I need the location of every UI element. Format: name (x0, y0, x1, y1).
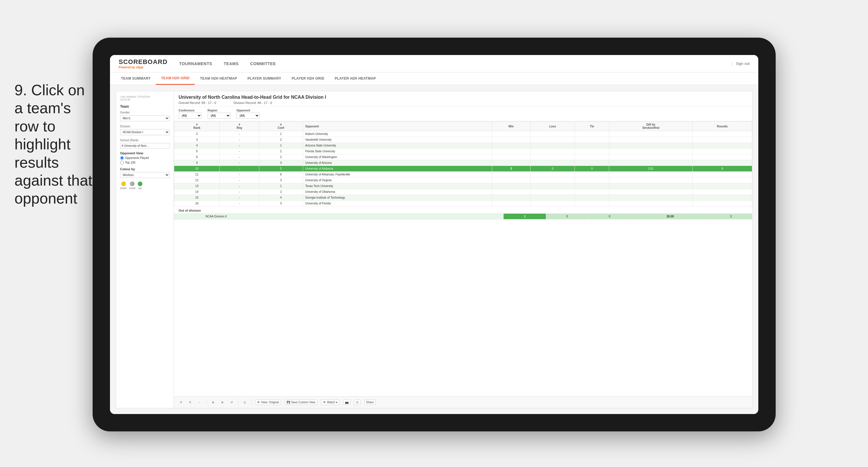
view-original-btn[interactable]: 👁 View: Original (255, 400, 281, 405)
col-rank: #Rank (174, 122, 220, 131)
table-cell: Auburn University (303, 131, 492, 137)
clock-icon-btn[interactable]: ◷ (242, 400, 248, 405)
opponent-filter: Opponent (All) (237, 109, 259, 119)
tab-team-summary[interactable]: TEAM SUMMARY (116, 72, 156, 85)
table-row[interactable]: 11-6University of Arkansas, Fayetteville (174, 172, 752, 177)
table-cell (692, 201, 752, 206)
legend-dot-level (130, 181, 134, 186)
watch-btn[interactable]: 👁 Watch ▾ (321, 400, 340, 405)
conference-select[interactable]: (All) (179, 113, 202, 119)
tablet-screen: SCOREBOARD Powered by clippi TOURNAMENTS… (110, 55, 758, 414)
tab-team-h2h-grid[interactable]: TEAM H2H GRID (156, 72, 195, 85)
col-tie: Tie (575, 122, 609, 131)
tab-player-summary[interactable]: PLAYER SUMMARY (242, 72, 286, 85)
toolbar-icon-1[interactable]: ⊕ (210, 400, 216, 405)
division-record: Division Record: 88 - 17 - 0 (234, 101, 272, 105)
table-cell: 15 (174, 195, 220, 201)
nav-committee[interactable]: COMMITTEE (250, 61, 276, 66)
legend: Down Level Up (120, 181, 169, 189)
tab-team-h2h-heatmap[interactable]: TEAM H2H HEATMAP (195, 72, 242, 85)
legend-dot-up (138, 181, 143, 186)
colour-by-select[interactable]: Win/loss (120, 172, 169, 178)
radio-top100[interactable]: Top 100 (120, 161, 169, 165)
table-cell: 3 (259, 177, 303, 183)
table-cell: 1 (259, 143, 303, 148)
grid-header: University of North Carolina Head-to-Hea… (174, 91, 752, 107)
table-row[interactable]: 14-2University of Oklahoma (174, 189, 752, 195)
table-cell: - (220, 177, 259, 183)
tab-player-h2h-heatmap[interactable]: PLAYER H2H HEATMAP (329, 72, 381, 85)
table-row[interactable]: 9-3University of Arizona (174, 160, 752, 166)
sign-out-link[interactable]: Sign out (736, 61, 750, 66)
team-section-title: Team (120, 105, 169, 109)
tab-player-h2h-grid[interactable]: PLAYER H2H GRID (286, 72, 330, 85)
table-cell: - (220, 172, 259, 177)
col-loss: Loss (530, 122, 575, 131)
table-row[interactable]: 12-3University of Virginia (174, 177, 752, 183)
save-custom-btn[interactable]: 💾 Save Custom View (284, 400, 317, 405)
nav-teams[interactable]: TEAMS (224, 61, 239, 66)
table-row[interactable]: 8-2University of Washington (174, 154, 752, 160)
table-cell (575, 154, 609, 160)
table-cell: 3 (259, 160, 303, 166)
toolbar-divider-2 (238, 400, 238, 405)
back-btn[interactable]: ← (196, 400, 203, 405)
tablet-frame: SCOREBOARD Powered by clippi TOURNAMENTS… (93, 38, 776, 431)
table-cell: 11 (174, 172, 220, 177)
table-cell (692, 172, 752, 177)
table-cell (492, 137, 530, 143)
table-row[interactable]: 16-3University of Florida (174, 201, 752, 206)
division-select[interactable]: NCAA Division I (120, 129, 169, 135)
main-content: Last Updated: 27/03/2024 16:55:38 Team G… (110, 85, 758, 414)
table-cell (575, 189, 609, 195)
table-cell: 2.61 (609, 166, 692, 172)
camera-btn[interactable]: 📷 (343, 400, 350, 405)
radio-opponents-played[interactable]: Opponents Played (120, 156, 169, 160)
col-conf: #Conf (259, 122, 303, 131)
table-row[interactable]: 10-5University of Alabama3002.618 (174, 166, 752, 172)
table-row[interactable]: 3-2Vanderbilt University (174, 137, 752, 143)
table-row[interactable]: 15-4Georgia Institute of Technology (174, 195, 752, 201)
col-rounds: Rounds (692, 122, 752, 131)
gender-label: Gender (120, 111, 169, 114)
nav-tournaments[interactable]: TOURNAMENTS (179, 61, 212, 66)
col-opponent: Opponent (303, 122, 492, 131)
table-cell: 1 (259, 183, 303, 189)
table-cell (692, 195, 752, 201)
table-cell: Florida State University (303, 148, 492, 154)
table-row[interactable]: 13-1Texas Tech University (174, 183, 752, 189)
table-cell (692, 177, 752, 183)
instruction-text: 9. Click on a team's row to highlight re… (14, 81, 95, 208)
gender-select[interactable]: Men's (120, 115, 169, 121)
table-cell (492, 160, 530, 166)
table-cell (530, 201, 575, 206)
table-cell: Georgia Institute of Technology (303, 195, 492, 201)
col-diff: Diff AvStrokes/Rnd (609, 122, 692, 131)
table-cell: 10 (174, 166, 220, 172)
table-wrapper[interactable]: #Rank #Reg #Conf Opponent Win Loss Tie D… (174, 121, 752, 396)
table-row[interactable]: 2-1Auburn University (174, 131, 752, 137)
table-row[interactable]: 4-1Arizona State University (174, 143, 752, 148)
toolbar-icon-2[interactable]: ⊗ (219, 400, 225, 405)
table-cell (492, 154, 530, 160)
instruction-body: Click on a team's row to highlight resul… (14, 82, 92, 207)
undo-btn[interactable]: ↺ (178, 400, 184, 405)
table-cell (575, 143, 609, 148)
col-win: Win (492, 122, 530, 131)
opponent-select[interactable]: (All) (237, 113, 259, 119)
grid-btn[interactable]: ☷ (354, 400, 361, 405)
table-cell: 2 (259, 154, 303, 160)
table-row[interactable]: 6-2Florida State University (174, 148, 752, 154)
table-cell (575, 131, 609, 137)
table-cell (530, 154, 575, 160)
share-btn[interactable]: Share (364, 400, 376, 405)
school-input[interactable] (120, 143, 169, 148)
table-cell: 2 (259, 189, 303, 195)
toolbar-icon-3[interactable]: ↺ (229, 400, 235, 405)
out-of-div-row[interactable]: NCAA Division II 1 0 0 26.00 3 (174, 214, 752, 220)
table-cell: Vanderbilt University (303, 137, 492, 143)
region-select[interactable]: (All) (208, 113, 231, 119)
legend-level: Level (129, 181, 135, 189)
redo-btn[interactable]: ↻ (187, 400, 193, 405)
table-cell: 3 (259, 201, 303, 206)
